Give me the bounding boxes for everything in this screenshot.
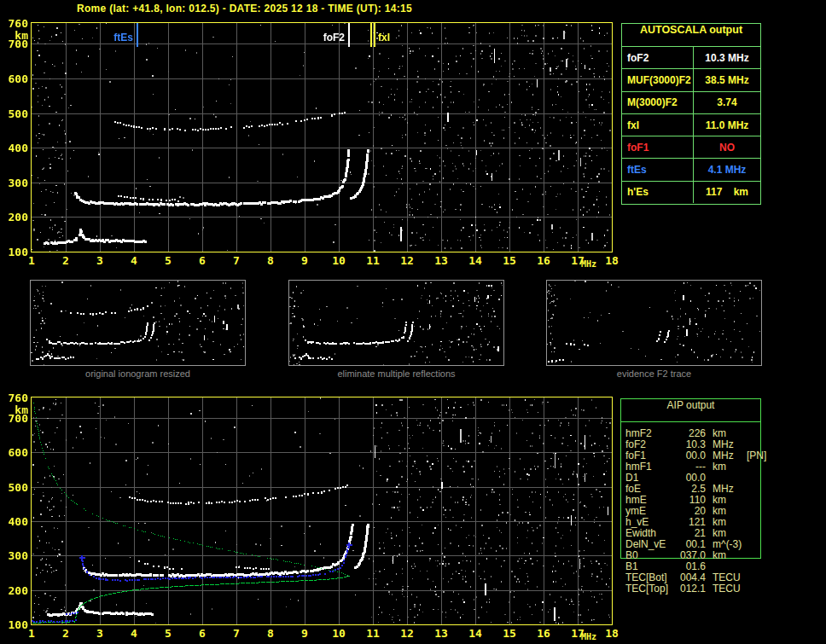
x-tick-label: 10 <box>322 254 356 267</box>
ftes-marker-label: ftEs <box>97 32 133 44</box>
autoscala-row-label: h'Es <box>622 182 694 203</box>
thumbnail-caption-original: original ionogram resized <box>30 368 246 379</box>
x-axis-unit-label: MHz <box>581 632 596 641</box>
x-tick-label: 3 <box>83 254 117 267</box>
aip-row-extra <box>738 484 796 495</box>
aip-row-extra <box>738 506 796 517</box>
y-tick-label: 100 <box>0 246 28 258</box>
x-tick-label: 16 <box>526 254 561 267</box>
aip-row-extra <box>738 461 796 473</box>
aip-row-unit: TECU <box>706 583 738 595</box>
x-axis-unit-label: MHz <box>581 259 596 269</box>
thumbnail-filtered-canvas <box>289 281 503 365</box>
y-tick-label: 400 <box>0 515 28 528</box>
aip-rows: hmF2 226 km foF2 10.3 MHz foF1 00.0 MHz … <box>625 428 796 595</box>
thumbnail-original-canvas <box>31 281 245 365</box>
autoscala-table: AUTOSCALA output foF2 10.3 MHz MUF(3000)… <box>621 23 761 205</box>
thumbnail-original-ionogram <box>30 280 246 366</box>
autoscala-row-value: 117 km <box>694 186 760 198</box>
x-tick-label: 12 <box>390 254 424 267</box>
aip-row-unit: km <box>706 461 738 473</box>
autoscala-rows: foF2 10.3 MHz MUF(3000)F2 38.5 MHz M(300… <box>622 46 760 203</box>
y-tick-label: 500 <box>0 481 28 494</box>
x-tick-label: 7 <box>219 254 253 267</box>
y-axis-unit-label: km <box>0 29 28 42</box>
thumbnail-caption-filtered: eliminate multiple reflections <box>288 368 504 379</box>
x-tick-label: 11 <box>356 254 390 267</box>
x-tick-label: 14 <box>458 254 492 267</box>
aip-row-extra <box>738 550 796 561</box>
aip-row-extra <box>738 572 796 583</box>
aip-header: AIP output <box>621 399 760 422</box>
autoscala-row-label: foF1 <box>622 136 694 158</box>
fof2-marker-label: foF2 <box>309 32 345 44</box>
x-tick-label: 8 <box>253 627 288 640</box>
autoscala-row: M(3000)F2 3.74 <box>622 91 760 113</box>
x-tick-label: 4 <box>117 627 151 640</box>
autoscala-row-value: 11.0 MHz <box>694 119 760 131</box>
aip-row-extra <box>738 517 796 528</box>
thumbnail-f2-canvas <box>547 281 761 365</box>
x-tick-label: 5 <box>151 627 185 640</box>
aip-row-extra <box>738 561 796 572</box>
aip-row: ymE 20 km <box>625 506 796 517</box>
station-title: Rome (lat: +41.8, lon: 012.5) - DATE: 20… <box>77 3 412 15</box>
aip-row: DelN_vE 00.1 m^(-3) <box>625 539 796 550</box>
x-tick-label: 7 <box>219 627 253 640</box>
thumbnail-filtered-ionogram <box>288 280 504 366</box>
x-tick-label: 9 <box>288 254 322 267</box>
y-tick-label: 300 <box>0 177 28 189</box>
aip-row: hmF1 --- km <box>625 461 796 473</box>
x-tick-label: 11 <box>356 627 390 640</box>
y-tick-label: 760 <box>0 17 28 30</box>
aip-row: hmF2 226 km <box>625 428 796 439</box>
autoscala-row-value: 38.5 MHz <box>694 74 760 86</box>
y-tick-label: 500 <box>0 107 28 120</box>
x-tick-label: 18 <box>595 254 629 267</box>
aip-row: foE 2.5 MHz <box>625 484 796 495</box>
aip-row-extra <box>738 539 796 550</box>
main-ionogram-canvas <box>32 23 612 252</box>
x-tick-label: 10 <box>322 627 356 640</box>
autoscala-window: Rome (lat: +41.8, lon: 012.5) - DATE: 20… <box>0 0 826 644</box>
aip-row-extra <box>738 583 796 595</box>
autoscala-header: AUTOSCALA output <box>622 24 760 46</box>
aip-row-unit: km <box>706 550 738 561</box>
autoscala-row-label: M(3000)F2 <box>622 92 694 113</box>
x-tick-label: 8 <box>253 254 288 267</box>
aip-row-extra: [PN] <box>738 450 796 461</box>
autoscala-row: foF1 NO <box>622 136 760 158</box>
x-tick-label: 5 <box>151 254 185 267</box>
aip-row-extra <box>738 428 796 439</box>
y-tick-label: 600 <box>0 73 28 85</box>
x-tick-label: 6 <box>185 627 219 640</box>
y-tick-label: 200 <box>0 584 28 597</box>
main-ionogram-plot: ftEsfoF2fxI <box>31 22 613 252</box>
x-tick-label: 15 <box>492 627 526 640</box>
autoscala-row: ftEs 4.1 MHz <box>622 158 760 180</box>
thumbnail-caption-f2: evidence F2 trace <box>546 368 762 379</box>
aip-ionogram-plot <box>31 397 613 625</box>
autoscala-row-value: NO <box>694 142 760 154</box>
x-tick-label: 13 <box>424 254 458 267</box>
fxi-marker-label: fxI <box>378 32 390 44</box>
x-tick-label: 13 <box>424 627 458 640</box>
y-tick-label: 200 <box>0 211 28 223</box>
y-axis-unit-label: km <box>0 403 28 416</box>
x-tick-label: 12 <box>390 627 424 640</box>
x-tick-label: 2 <box>49 254 83 267</box>
x-tick-label: 3 <box>83 627 117 640</box>
autoscala-row-label: ftEs <box>622 159 694 180</box>
aip-row-extra <box>738 495 796 506</box>
x-tick-label: 16 <box>526 627 561 640</box>
aip-row-extra <box>738 528 796 539</box>
autoscala-row-value: 3.74 <box>694 96 760 108</box>
x-tick-label: 6 <box>185 254 219 267</box>
aip-row-name: TEC[Top] <box>625 583 670 595</box>
aip-row-value: 012.1 <box>670 583 706 595</box>
y-tick-label: 400 <box>0 142 28 154</box>
x-tick-label: 4 <box>117 254 151 267</box>
aip-row: D1 00.0 <box>625 473 796 484</box>
y-tick-label: 300 <box>0 549 28 562</box>
autoscala-row: fxI 11.0 MHz <box>622 113 760 136</box>
